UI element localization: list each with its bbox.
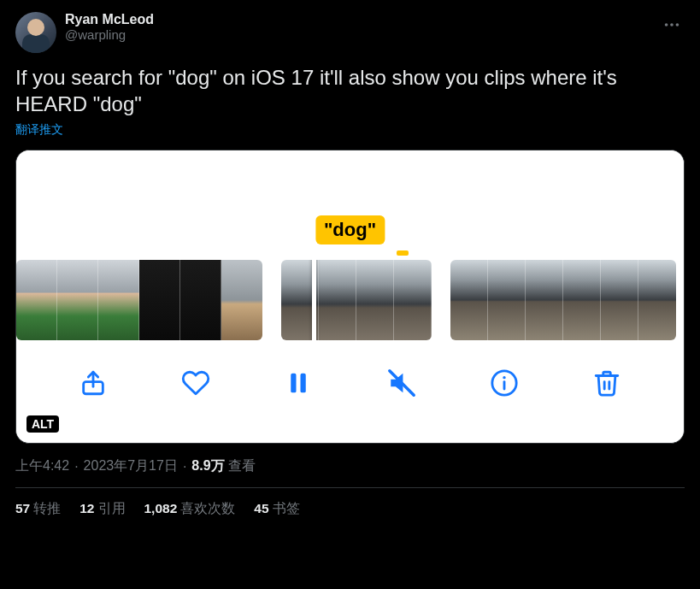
tweet-container: Ryan McLeod @warpling If you search for … <box>0 0 700 518</box>
tweet-text: If you search for "dog" on iOS 17 it'll … <box>15 65 685 117</box>
quote-count[interactable]: 12引用 <box>79 500 125 518</box>
share-icon[interactable] <box>73 362 114 403</box>
more-icon[interactable] <box>659 12 685 41</box>
sound-off-icon[interactable] <box>381 362 422 403</box>
author-names[interactable]: Ryan McLeod @warpling <box>65 12 154 42</box>
clip-thumbnail-active <box>281 260 432 340</box>
pause-icon[interactable] <box>278 362 319 403</box>
search-term-pointer <box>397 250 409 256</box>
tweet-meta: 上午4:42 · 2023年7月17日 · 8.9万查看 <box>15 457 685 475</box>
retweet-count[interactable]: 57转推 <box>15 500 61 518</box>
svg-rect-4 <box>291 374 297 393</box>
alt-badge[interactable]: ALT <box>26 415 59 433</box>
svg-point-0 <box>665 23 668 27</box>
display-name: Ryan McLeod <box>65 12 154 27</box>
svg-point-9 <box>503 376 505 379</box>
media-toolbar <box>16 356 684 410</box>
media-card[interactable]: "dog" <box>15 150 685 444</box>
svg-rect-5 <box>301 374 306 393</box>
translate-link[interactable]: 翻译推文 <box>15 122 63 138</box>
tweet-time[interactable]: 上午4:42 <box>15 457 69 475</box>
search-term-badge: "dog" <box>315 215 385 244</box>
avatar[interactable] <box>15 12 56 53</box>
clip-thumbnail <box>450 260 676 340</box>
video-filmstrip <box>16 260 684 340</box>
info-icon[interactable] <box>484 362 525 403</box>
svg-point-1 <box>670 23 674 27</box>
engagement-stats: 57转推 12引用 1,082喜欢次数 45书签 <box>15 488 685 518</box>
bookmark-count[interactable]: 45书签 <box>254 500 299 518</box>
svg-point-2 <box>676 23 679 27</box>
tweet-header: Ryan McLeod @warpling <box>15 12 685 53</box>
handle: @warpling <box>65 27 154 42</box>
like-count[interactable]: 1,082喜欢次数 <box>144 500 236 518</box>
trash-icon[interactable] <box>586 362 627 403</box>
tweet-date[interactable]: 2023年7月17日 <box>84 457 178 475</box>
heart-icon[interactable] <box>175 362 216 403</box>
view-count[interactable]: 8.9万查看 <box>191 457 255 475</box>
media-content: "dog" <box>16 150 684 443</box>
playhead[interactable] <box>312 260 316 340</box>
clip-thumbnail <box>16 260 262 340</box>
